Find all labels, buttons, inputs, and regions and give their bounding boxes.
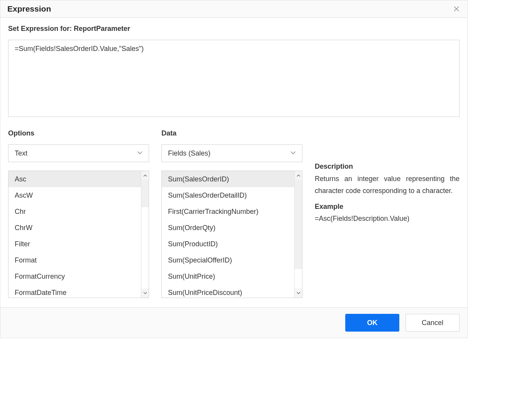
cancel-button[interactable]: Cancel bbox=[405, 314, 460, 332]
scroll-down-icon[interactable] bbox=[295, 288, 302, 298]
chevron-down-icon bbox=[136, 149, 143, 158]
data-column: Data Fields (Sales) Sum(SalesOrderID) Su… bbox=[161, 129, 302, 298]
options-select[interactable]: Text bbox=[8, 144, 149, 162]
list-item[interactable]: Chr bbox=[8, 203, 141, 220]
scroll-track[interactable] bbox=[295, 180, 302, 288]
description-heading: Description bbox=[315, 163, 460, 171]
list-item[interactable]: First(CarrierTrackingNumber) bbox=[162, 203, 294, 220]
scroll-track[interactable] bbox=[141, 180, 149, 288]
scroll-thumb[interactable] bbox=[295, 180, 302, 269]
dialog-title: Expression bbox=[7, 4, 51, 14]
scroll-up-icon[interactable] bbox=[141, 171, 149, 180]
list-item[interactable]: AscW bbox=[8, 187, 141, 203]
scroll-up-icon[interactable] bbox=[295, 171, 302, 180]
data-select-value: Fields (Sales) bbox=[168, 149, 210, 158]
list-item[interactable]: Filter bbox=[8, 236, 141, 252]
scroll-down-icon[interactable] bbox=[141, 288, 149, 298]
dialog-header: Expression bbox=[0, 0, 467, 18]
options-listbox: Asc AscW Chr ChrW Filter Format FormatCu… bbox=[8, 171, 149, 298]
chevron-down-icon bbox=[290, 149, 297, 158]
columns: Options Text Asc AscW Chr ChrW Filter Fo… bbox=[8, 129, 460, 298]
description-text: Returns an integer value representing th… bbox=[315, 173, 460, 196]
dialog-footer: OK Cancel bbox=[0, 307, 467, 338]
list-item[interactable]: FormatCurrency bbox=[8, 268, 141, 285]
data-label: Data bbox=[161, 129, 302, 137]
list-item[interactable]: Format bbox=[8, 252, 141, 268]
list-item[interactable]: ChrW bbox=[8, 220, 141, 236]
options-scrollbar[interactable] bbox=[141, 171, 149, 298]
options-label: Options bbox=[8, 129, 149, 137]
ok-button[interactable]: OK bbox=[345, 314, 399, 332]
set-expression-label: Set Expression for: ReportParameter bbox=[8, 25, 460, 33]
options-list-items: Asc AscW Chr ChrW Filter Format FormatCu… bbox=[8, 171, 141, 298]
example-text: =Asc(Fields!Description.Value) bbox=[315, 213, 460, 224]
list-item[interactable]: FormatDateTime bbox=[8, 285, 141, 298]
data-select[interactable]: Fields (Sales) bbox=[161, 144, 302, 162]
data-listbox: Sum(SalesOrderID) Sum(SalesOrderDetailID… bbox=[161, 171, 302, 298]
list-item[interactable]: Sum(SalesOrderDetailID) bbox=[162, 187, 294, 203]
list-item[interactable]: Sum(UnitPrice) bbox=[162, 268, 294, 285]
data-scrollbar[interactable] bbox=[294, 171, 302, 298]
list-item[interactable]: Sum(UnitPriceDiscount) bbox=[162, 285, 294, 298]
data-list-items: Sum(SalesOrderID) Sum(SalesOrderDetailID… bbox=[162, 171, 294, 298]
expression-textarea[interactable] bbox=[8, 40, 460, 117]
list-item[interactable]: Sum(OrderQty) bbox=[162, 220, 294, 236]
list-item[interactable]: Sum(SpecialOfferID) bbox=[162, 252, 294, 268]
description-column: Description Returns an integer value rep… bbox=[315, 129, 460, 298]
list-item[interactable]: Sum(ProductID) bbox=[162, 236, 294, 252]
list-item[interactable]: Sum(SalesOrderID) bbox=[162, 171, 294, 187]
options-select-value: Text bbox=[15, 149, 27, 158]
dialog-body: Set Expression for: ReportParameter Opti… bbox=[0, 18, 467, 307]
example-heading: Example bbox=[315, 203, 460, 211]
expression-dialog: Expression Set Expression for: ReportPar… bbox=[0, 0, 468, 338]
list-item[interactable]: Asc bbox=[8, 171, 141, 187]
scroll-thumb[interactable] bbox=[141, 180, 149, 207]
options-column: Options Text Asc AscW Chr ChrW Filter Fo… bbox=[8, 129, 149, 298]
close-icon[interactable] bbox=[453, 5, 460, 13]
